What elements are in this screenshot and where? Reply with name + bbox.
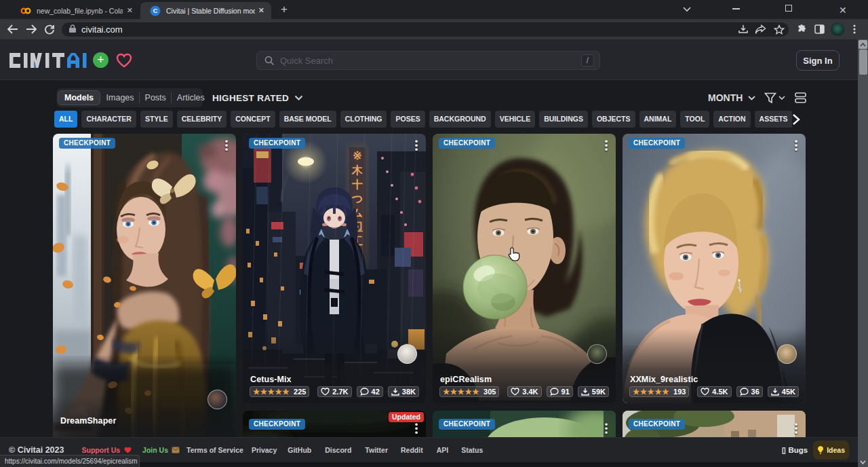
svg-text:十: 十	[351, 179, 363, 190]
svg-text:つ: つ	[352, 193, 363, 204]
svg-text:※: ※	[353, 150, 361, 162]
svg-text:木: 木	[351, 164, 363, 176]
svg-text:C: C	[153, 7, 158, 14]
